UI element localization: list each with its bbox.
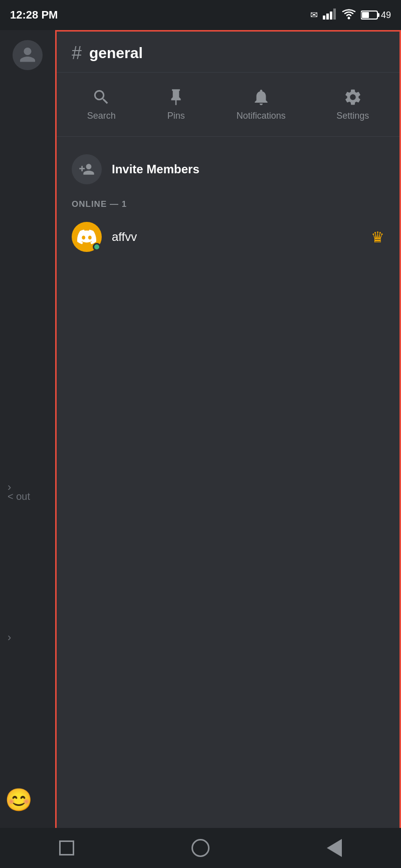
nav-back-button[interactable] xyxy=(320,834,348,862)
search-label: Search xyxy=(87,111,116,121)
online-section-header: ONLINE — 1 xyxy=(67,192,389,214)
svg-rect-2 xyxy=(330,12,332,20)
signal-icon xyxy=(323,9,337,22)
emoji-button[interactable]: 😊 xyxy=(5,787,33,813)
person-add-icon xyxy=(79,161,95,177)
search-icon xyxy=(92,88,111,107)
notifications-label: Notifications xyxy=(237,111,286,121)
left-edge-forward[interactable]: › xyxy=(8,631,11,644)
action-bar: Search Pins Notifications xyxy=(57,73,399,137)
wifi-icon xyxy=(342,9,356,22)
nav-home-button[interactable] xyxy=(186,834,214,862)
status-bar: 12:28 PM ✉ xyxy=(0,0,401,30)
left-out-text: < out xyxy=(8,491,30,502)
discord-logo-icon xyxy=(77,227,96,246)
pins-label: Pins xyxy=(167,111,185,121)
invite-members-label: Invite Members xyxy=(112,162,199,176)
battery-icon: 49 xyxy=(361,10,391,21)
member-row[interactable]: affvv ♛ xyxy=(67,214,389,259)
member-username: affvv xyxy=(112,230,361,244)
nav-square-button[interactable] xyxy=(53,834,81,862)
gmail-icon: ✉ xyxy=(310,10,318,21)
online-count-text: ONLINE — 1 xyxy=(72,199,127,209)
search-action[interactable]: Search xyxy=(77,83,126,126)
main-layout: › › 😊 < out # general Search xyxy=(0,30,401,868)
settings-label: Settings xyxy=(336,111,369,121)
status-icons: ✉ 49 xyxy=(310,9,391,22)
notifications-action[interactable]: Notifications xyxy=(227,83,296,126)
gear-icon xyxy=(343,88,362,107)
sidebar-avatar[interactable] xyxy=(13,40,43,70)
channel-hash-icon: # xyxy=(72,44,82,62)
left-sidebar: › › 😊 xyxy=(0,30,55,868)
svg-rect-3 xyxy=(333,9,336,20)
svg-rect-6 xyxy=(377,13,379,17)
invite-avatar xyxy=(72,154,102,184)
channel-name: general xyxy=(89,45,143,62)
pins-action[interactable]: Pins xyxy=(156,83,195,126)
settings-action[interactable]: Settings xyxy=(326,83,379,126)
bell-icon xyxy=(252,88,271,107)
navigation-bar xyxy=(0,828,401,868)
svg-point-4 xyxy=(347,17,350,19)
person-icon xyxy=(19,46,37,64)
channel-header: # general xyxy=(57,32,399,73)
nav-square-icon xyxy=(59,840,74,855)
member-avatar-wrap xyxy=(72,222,102,252)
pin-icon xyxy=(166,88,185,107)
nav-circle-icon xyxy=(191,839,210,857)
svg-rect-1 xyxy=(326,14,329,20)
invite-members-row[interactable]: Invite Members xyxy=(67,147,389,192)
svg-rect-0 xyxy=(323,16,325,20)
crown-icon: ♛ xyxy=(371,228,384,246)
nav-triangle-icon xyxy=(327,839,342,857)
online-status-dot xyxy=(93,243,101,251)
status-time: 12:28 PM xyxy=(10,9,58,22)
drawer-panel: # general Search Pins xyxy=(55,30,401,868)
svg-rect-7 xyxy=(362,12,369,18)
members-list: Invite Members ONLINE — 1 affvv xyxy=(57,137,399,866)
